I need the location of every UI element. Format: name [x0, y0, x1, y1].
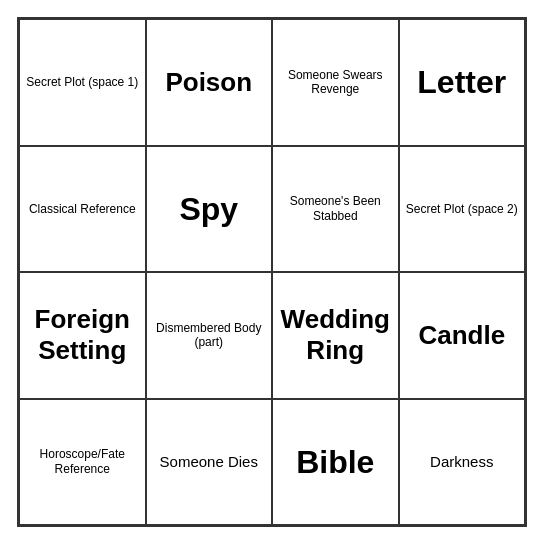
cell-r1c2[interactable]: Someone's Been Stabbed [272, 146, 399, 273]
cell-text-r2c2: Wedding Ring [279, 304, 392, 366]
cell-r3c2[interactable]: Bible [272, 399, 399, 526]
cell-r0c2[interactable]: Someone Swears Revenge [272, 19, 399, 146]
cell-r0c0[interactable]: Secret Plot (space 1) [19, 19, 146, 146]
cell-r2c1[interactable]: Dismembered Body (part) [146, 272, 273, 399]
cell-r1c1[interactable]: Spy [146, 146, 273, 273]
cell-text-r0c3: Letter [417, 63, 506, 101]
cell-r0c1[interactable]: Poison [146, 19, 273, 146]
cell-text-r2c3: Candle [418, 320, 505, 351]
cell-r3c3[interactable]: Darkness [399, 399, 526, 526]
cell-text-r2c0: Foreign Setting [26, 304, 139, 366]
cell-text-r0c1: Poison [165, 67, 252, 98]
cell-text-r1c2: Someone's Been Stabbed [279, 194, 392, 223]
cell-r1c0[interactable]: Classical Reference [19, 146, 146, 273]
cell-text-r1c3: Secret Plot (space 2) [406, 202, 518, 216]
cell-r2c3[interactable]: Candle [399, 272, 526, 399]
cell-r3c0[interactable]: Horoscope/Fate Reference [19, 399, 146, 526]
cell-r2c2[interactable]: Wedding Ring [272, 272, 399, 399]
cell-text-r3c2: Bible [296, 443, 374, 481]
cell-text-r3c3: Darkness [430, 453, 493, 471]
cell-r2c0[interactable]: Foreign Setting [19, 272, 146, 399]
cell-text-r3c0: Horoscope/Fate Reference [26, 447, 139, 476]
cell-text-r1c1: Spy [179, 190, 238, 228]
cell-text-r2c1: Dismembered Body (part) [153, 321, 266, 350]
cell-r0c3[interactable]: Letter [399, 19, 526, 146]
cell-text-r0c2: Someone Swears Revenge [279, 68, 392, 97]
cell-r1c3[interactable]: Secret Plot (space 2) [399, 146, 526, 273]
cell-text-r1c0: Classical Reference [29, 202, 136, 216]
cell-text-r3c1: Someone Dies [160, 453, 258, 471]
cell-r3c1[interactable]: Someone Dies [146, 399, 273, 526]
cell-text-r0c0: Secret Plot (space 1) [26, 75, 138, 89]
bingo-board: Secret Plot (space 1)PoisonSomeone Swear… [17, 17, 527, 527]
